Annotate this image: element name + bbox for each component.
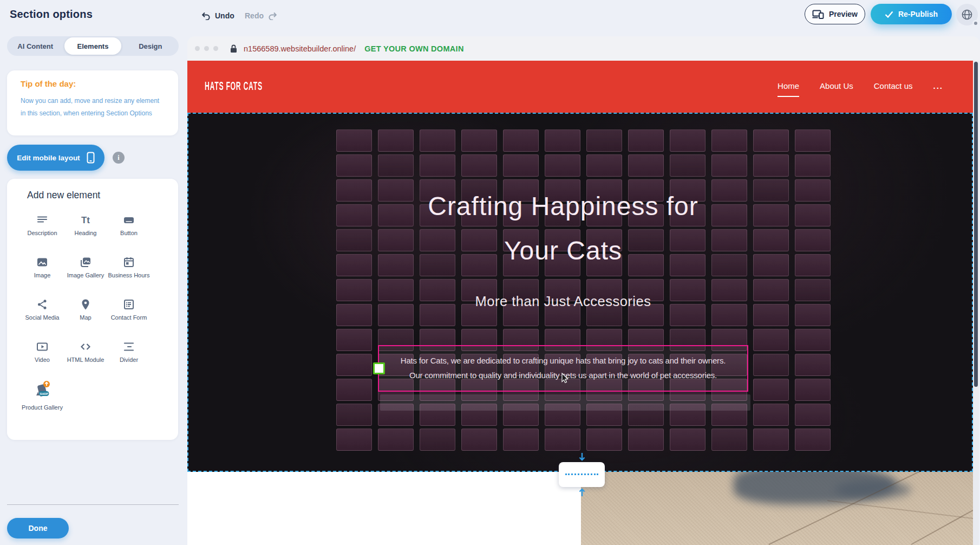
add-element-social-media[interactable]: Social Media	[21, 295, 64, 337]
devices-icon	[812, 10, 824, 19]
canvas-scrollbar[interactable]	[973, 61, 979, 545]
add-element-title: Add new element	[27, 190, 100, 201]
lock-icon	[230, 44, 237, 53]
hero-tile	[628, 129, 664, 152]
hero-tile	[461, 129, 497, 152]
hero-tile	[586, 154, 622, 177]
tab-design[interactable]: Design	[122, 36, 179, 56]
hero-tile	[795, 129, 831, 152]
hero-tile	[795, 379, 831, 401]
tab-ai-content[interactable]: AI Content	[7, 36, 63, 56]
hero-tile	[378, 429, 414, 451]
hero-tile	[586, 129, 622, 152]
hero-tile	[753, 329, 789, 351]
language-globe-button[interactable]	[956, 4, 978, 25]
hero-tile	[795, 329, 831, 351]
contact-form-icon	[122, 295, 136, 311]
preview-button[interactable]: Preview	[805, 4, 865, 24]
hero-tile	[420, 429, 455, 451]
map-pin-icon	[79, 295, 93, 311]
site-logo[interactable]: HATS FOR CATS	[205, 80, 263, 94]
resize-dotted-line	[565, 473, 598, 475]
mobile-phone-icon	[87, 152, 95, 164]
republish-button[interactable]: Re-Publish	[871, 4, 952, 24]
hero-tile	[378, 154, 414, 177]
hero-tile	[711, 129, 747, 152]
resize-handle-left[interactable]	[373, 362, 385, 374]
edit-mobile-layout-button[interactable]: Edit mobile layout	[7, 145, 104, 171]
add-element-video[interactable]: Video	[21, 337, 64, 379]
tip-title: Tip of the day:	[21, 79, 76, 88]
get-your-own-domain-link[interactable]: GET YOUR OWN DOMAIN	[364, 44, 463, 53]
redo-button[interactable]: Redo	[245, 7, 277, 24]
add-element-contact-form[interactable]: Contact Form	[107, 295, 151, 337]
video-icon	[35, 337, 49, 353]
site-nav: Home About Us Contact us ...	[778, 81, 943, 93]
browser-traffic-dots	[195, 46, 218, 51]
add-new-element-panel: Add new element Description Tt Heading B…	[7, 179, 178, 440]
svg-text:SHOP: SHOP	[40, 392, 49, 395]
republish-label: Re-Publish	[898, 10, 938, 18]
nav-home[interactable]: Home	[778, 81, 799, 93]
hero-tile	[378, 129, 414, 152]
hero-tile	[586, 429, 622, 451]
heading-icon: Tt	[79, 210, 93, 226]
image-icon	[35, 252, 49, 269]
hero-tile	[545, 154, 580, 177]
add-element-product-gallery[interactable]: SHOP Product Gallery	[21, 379, 64, 421]
nav-contact-us[interactable]: Contact us	[874, 81, 913, 93]
site-url: n1566589.websitebuilder.online/	[244, 44, 356, 53]
hero-tile	[670, 429, 705, 451]
floor-photo	[581, 472, 973, 545]
sidebar-tabs: AI Content Elements Design	[7, 36, 179, 56]
hero-tile	[336, 379, 372, 401]
arrow-up-icon	[577, 488, 587, 497]
nav-about-us[interactable]: About Us	[820, 81, 853, 93]
done-button[interactable]: Done	[7, 518, 69, 538]
hero-tile	[503, 129, 539, 152]
undo-icon	[201, 11, 211, 20]
redo-icon	[267, 11, 277, 20]
hero-tile	[461, 154, 497, 177]
svg-text:Tt: Tt	[81, 215, 90, 225]
selected-text-element[interactable]: Hats for Cats, we are dedicated to craft…	[378, 345, 748, 392]
divider-icon	[122, 337, 136, 353]
info-icon[interactable]: i	[113, 152, 125, 164]
hero-tile	[753, 354, 789, 376]
edit-mobile-label: Edit mobile layout	[17, 154, 80, 162]
product-gallery-icon: SHOP	[33, 379, 51, 401]
add-element-image[interactable]: Image	[21, 252, 64, 295]
hero-tile	[503, 429, 539, 451]
add-element-business-hours[interactable]: Business Hours	[107, 252, 151, 295]
tip-body: Now you can add, move and resize any ele…	[21, 95, 159, 120]
section-height-resize-handle[interactable]	[559, 462, 605, 487]
hero-tile	[753, 429, 789, 451]
page-title: Section options	[10, 8, 93, 21]
scrollbar-thumb[interactable]	[974, 62, 978, 387]
cat-shadow-tail	[835, 481, 911, 499]
add-element-image-gallery[interactable]: Image Gallery	[64, 252, 107, 295]
check-icon	[885, 11, 893, 18]
hero-tile	[461, 429, 497, 451]
hero-tile	[503, 154, 539, 177]
hero-tile	[711, 154, 747, 177]
hero-tile	[420, 154, 455, 177]
add-element-html-module[interactable]: HTML Module	[64, 337, 107, 379]
mouse-cursor	[561, 373, 570, 384]
hero-heading[interactable]: Crafting Happiness for Your Cats	[188, 184, 938, 273]
nav-more-icon[interactable]: ...	[933, 81, 943, 93]
add-element-button[interactable]: Button	[107, 210, 151, 252]
image-gallery-icon	[79, 252, 93, 269]
redo-label: Redo	[245, 11, 264, 20]
hero-section-selected[interactable]: Crafting Happiness for Your Cats More th…	[187, 113, 973, 472]
undo-button[interactable]: Undo	[201, 7, 234, 24]
add-element-divider[interactable]: Divider	[107, 337, 151, 379]
add-element-map[interactable]: Map	[64, 295, 107, 337]
add-element-heading[interactable]: Tt Heading	[64, 210, 107, 252]
hero-tile	[336, 129, 372, 152]
tab-elements[interactable]: Elements	[64, 37, 121, 55]
sidebar-divider	[7, 504, 179, 505]
add-element-description[interactable]: Description	[21, 210, 64, 252]
hero-subheading[interactable]: More than Just Accessories	[188, 294, 938, 309]
hero-tile	[545, 429, 580, 451]
